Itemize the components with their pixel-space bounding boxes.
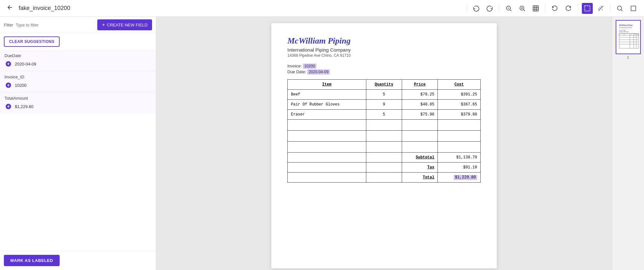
fit-page-button[interactable] <box>530 3 541 14</box>
field-item-totalamount: TotalAmount $1,229.80 <box>0 93 156 114</box>
tax-row: Tax $91.10 <box>288 163 481 173</box>
svg-text:Due Date: 2020-04-09: Due Date: 2020-04-09 <box>619 31 629 33</box>
total-label: Total <box>402 173 437 183</box>
svg-text:Cost: Cost <box>637 34 639 35</box>
thumbnail-container[interactable]: McWilliam Piping International Piping Co… <box>616 20 641 54</box>
toolbar-divider <box>466 4 467 13</box>
field-add-invoiceid-button[interactable] <box>5 81 12 89</box>
row1-cost: $391.25 <box>438 90 481 100</box>
row1-item: Beef <box>288 90 366 100</box>
row6-quantity <box>366 142 402 153</box>
total-value: $1,229.80 <box>438 173 481 183</box>
row4-cost <box>438 120 481 131</box>
svg-rect-6 <box>618 22 640 51</box>
company-address: 14368 Pipeline Ave Chino, CA 91710 <box>287 53 481 58</box>
row1-price: $78.25 <box>402 90 437 100</box>
toolbar: fake_invoice_10200 <box>0 0 644 17</box>
clear-suggestions-button[interactable]: CLEAR SUGGESTIONS <box>4 36 60 47</box>
left-panel-header: Filter + CREATE NEW FIELD <box>0 17 156 33</box>
invoice-meta: Invoice: 10200 Due Date: 2020-04-09 <box>287 64 481 74</box>
svg-point-4 <box>618 6 622 10</box>
field-row-totalamount: $1,229.80 <box>5 103 151 110</box>
row3-quantity: 5 <box>366 110 402 120</box>
tax-empty-item <box>288 163 366 173</box>
row5-price <box>402 131 437 142</box>
row4-price <box>402 120 437 131</box>
due-date-line: Due Date: 2020-04-09 <box>287 69 481 74</box>
row1-quantity: 5 <box>366 90 402 100</box>
rotate-right-button[interactable] <box>563 3 574 14</box>
subtotal-label: Subtotal <box>402 153 437 163</box>
field-name-invoiceid: Invoice_ID <box>5 75 151 79</box>
svg-rect-5 <box>631 6 636 11</box>
total-highlight: $1,229.80 <box>454 175 477 180</box>
row3-cost: $379.80 <box>438 110 481 120</box>
info-button[interactable] <box>628 3 639 14</box>
row3-item: Eraser <box>288 110 366 120</box>
plus-icon: + <box>102 22 105 28</box>
subtotal-row: Subtotal $1,138.70 <box>288 153 481 163</box>
total-row: Total $1,229.80 <box>288 173 481 183</box>
tax-value: $91.10 <box>438 163 481 173</box>
due-date-highlight: 2020-04-09 <box>307 69 330 75</box>
document-page: McWilliam Piping International Piping Co… <box>271 23 497 268</box>
tax-empty-qty <box>366 163 402 173</box>
subtotal-empty-item <box>288 153 366 163</box>
redo-button[interactable] <box>484 3 495 14</box>
undo-button[interactable] <box>471 3 482 14</box>
field-row-duedate: 2020-04-09 <box>5 60 151 68</box>
main-layout: Filter + CREATE NEW FIELD CLEAR SUGGESTI… <box>0 17 644 270</box>
field-value-invoiceid: 10200 <box>15 83 26 88</box>
search-button[interactable] <box>614 3 625 14</box>
filter-input[interactable] <box>16 23 95 27</box>
col-header-item: Item <box>288 80 366 90</box>
toolbar-divider-5 <box>610 4 610 13</box>
svg-rect-2 <box>533 5 539 11</box>
col-header-cost: Cost <box>438 80 481 90</box>
svg-text:Item: Item <box>623 34 625 35</box>
subtotal-value: $1,138.70 <box>438 153 481 163</box>
select-button[interactable] <box>582 3 593 14</box>
svg-text:International Piping Company: International Piping Company <box>619 27 632 28</box>
svg-text:Qty: Qty <box>631 34 633 35</box>
col-header-quantity: Quantity <box>366 80 402 90</box>
row2-cost: $367.65 <box>438 100 481 110</box>
create-field-button[interactable]: + CREATE NEW FIELD <box>97 19 152 30</box>
fields-list: DueDate 2020-04-09 Invoice_ID <box>0 50 156 251</box>
tax-label: Tax <box>402 163 437 173</box>
row6-item <box>288 142 366 153</box>
svg-rect-3 <box>585 5 590 11</box>
left-panel: Filter + CREATE NEW FIELD CLEAR SUGGESTI… <box>0 17 156 270</box>
toolbar-divider-3 <box>545 4 545 13</box>
zoom-in-button[interactable] <box>517 3 528 14</box>
row4-quantity <box>366 120 402 131</box>
company-subtitle: International Piping Company <box>287 47 481 53</box>
mark-as-labeled-button[interactable]: MARK AS LABELED <box>4 255 60 266</box>
field-item-duedate: DueDate 2020-04-09 <box>0 50 156 71</box>
measure-button[interactable] <box>595 3 606 14</box>
field-name-duedate: DueDate <box>5 53 151 58</box>
row6-cost <box>438 142 481 153</box>
left-panel-footer: MARK AS LABELED <box>0 251 156 270</box>
table-row: Pair Of Rubber Gloves 9 $40.85 $367.65 <box>288 100 481 110</box>
svg-text:Price: Price <box>634 34 637 35</box>
back-button[interactable] <box>5 3 15 14</box>
field-add-totalamount-button[interactable] <box>5 103 12 110</box>
table-row-empty-2 <box>288 131 481 142</box>
zoom-out-button[interactable] <box>503 3 514 14</box>
thumbnail-page-label: 1 <box>627 55 629 59</box>
due-date-label: Due Date: <box>287 69 306 74</box>
row5-item <box>288 131 366 142</box>
row2-price: $40.85 <box>402 100 437 110</box>
row2-item: Pair Of Rubber Gloves <box>288 100 366 110</box>
row2-quantity: 9 <box>366 100 402 110</box>
subtotal-empty-qty <box>366 153 402 163</box>
document-area: McWilliam Piping International Piping Co… <box>156 17 612 270</box>
col-header-price: Price <box>402 80 437 90</box>
field-add-duedate-button[interactable] <box>5 60 12 68</box>
row5-cost <box>438 131 481 142</box>
rotate-left-button[interactable] <box>549 3 560 14</box>
row4-item <box>288 120 366 131</box>
row5-quantity <box>366 131 402 142</box>
toolbar-divider-2 <box>499 4 499 13</box>
